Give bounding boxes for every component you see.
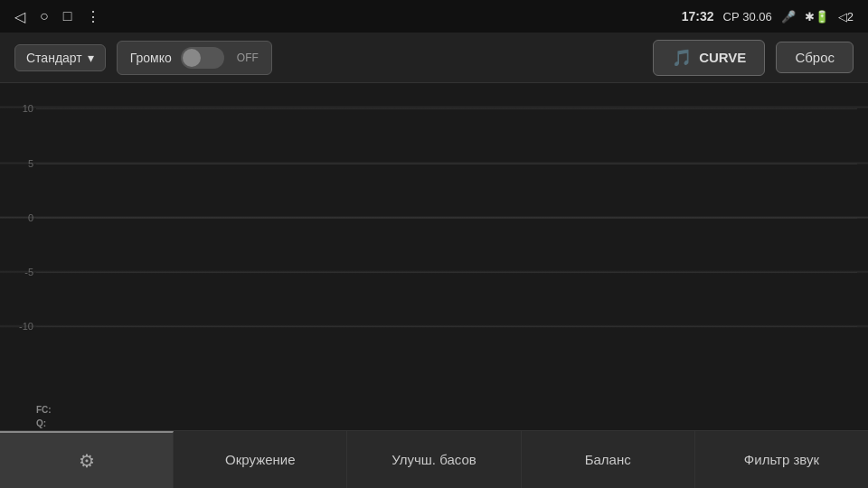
surround-label: Окружение — [225, 452, 295, 467]
reset-label: Сброс — [795, 50, 835, 65]
back-icon[interactable]: ◁ — [14, 8, 25, 25]
home-icon[interactable]: ○ — [40, 8, 49, 24]
sliders-container — [36, 83, 857, 403]
eq-grid: 1050-5-10 — [0, 83, 868, 403]
curve-button[interactable]: 🎵 CURVE — [653, 40, 765, 76]
loudness-toggle[interactable] — [181, 47, 224, 69]
balance-button[interactable]: Баланс — [522, 431, 695, 488]
recents-icon[interactable]: □ — [63, 8, 72, 24]
loudness-label: Громко — [130, 51, 172, 65]
reset-button[interactable]: Сброс — [776, 42, 854, 73]
curve-label: CURVE — [699, 50, 746, 65]
preset-label: Стандарт — [26, 51, 82, 65]
eq-area: 1050-5-10 FC: Q: — [0, 83, 868, 430]
grid-label--5: -5 — [2, 267, 33, 277]
status-date: СР 30.06 — [723, 10, 772, 23]
toggle-off-label: OFF — [237, 52, 259, 64]
loudness-control[interactable]: Громко OFF — [117, 41, 272, 75]
balance-label: Баланс — [585, 452, 631, 467]
mic-icon: 🎤 — [781, 10, 796, 23]
fc-prefix: FC: — [36, 405, 54, 415]
menu-icon[interactable]: ⋮ — [86, 8, 100, 25]
grid-label-0: 0 — [2, 212, 33, 223]
freq-values — [54, 405, 857, 415]
grid-label--10: -10 — [2, 321, 33, 332]
q-values — [54, 418, 857, 428]
bluetooth-icon: ✱🔋 — [805, 10, 829, 23]
bass-boost-button[interactable]: Улучш. басов — [347, 431, 521, 488]
eq-sliders-icon: ⚙ — [79, 450, 95, 472]
status-time: 17:32 — [682, 9, 714, 23]
surround-button[interactable]: Окружение — [174, 431, 347, 488]
nav-icons: ◁ ○ □ ⋮ — [14, 8, 100, 25]
preset-dropdown[interactable]: Стандарт ▾ — [14, 44, 106, 71]
filter-label: Фильтр звук — [744, 452, 819, 467]
volume-indicator: ◁2 — [838, 10, 854, 23]
bottom-bar: ⚙ Окружение Улучш. басов Баланс Фильтр з… — [0, 430, 868, 488]
eq-tab-button[interactable]: ⚙ — [0, 431, 174, 488]
filter-button[interactable]: Фильтр звук — [695, 431, 868, 488]
fc-row: FC: — [0, 403, 868, 417]
grid-label-5: 5 — [2, 158, 33, 169]
status-right: 17:32 СР 30.06 🎤 ✱🔋 ◁2 — [682, 9, 854, 23]
q-row: Q: — [0, 417, 868, 430]
q-prefix: Q: — [36, 418, 54, 428]
status-bar: ◁ ○ □ ⋮ 17:32 СР 30.06 🎤 ✱🔋 ◁2 — [0, 0, 868, 33]
grid-label-10: 10 — [2, 103, 33, 114]
waveform-icon: 🎵 — [672, 48, 692, 68]
chevron-down-icon: ▾ — [88, 51, 94, 65]
controls-bar: Стандарт ▾ Громко OFF 🎵 CURVE Сброс — [0, 33, 868, 83]
bass-boost-label: Улучш. басов — [392, 452, 476, 467]
